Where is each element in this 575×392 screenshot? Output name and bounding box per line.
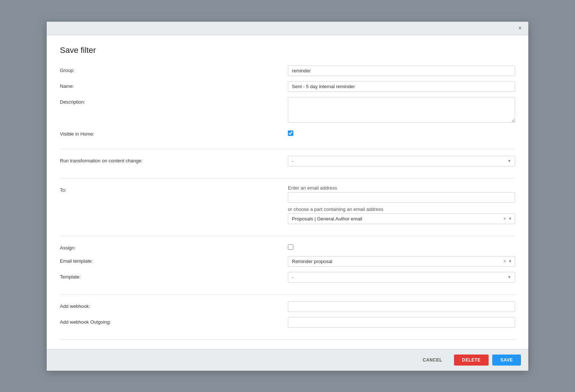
to-section: To: Enter an email address or choose a p… [60,185,515,236]
webhook-section: Add webhook: Add webhook Outgoing: [60,301,515,340]
save-filter-modal: × Save filter Group: Name: [47,22,528,371]
to-control: Enter an email address or choose a part … [288,185,515,224]
description-label: Description: [60,97,288,105]
to-row: To: Enter an email address or choose a p… [60,185,515,224]
run-transformation-control: - ▼ [288,156,515,166]
modal-title: Save filter [60,46,515,55]
visible-in-home-control [288,129,515,137]
assign-row: Assign: [60,243,515,251]
group-section: Group: Name: Description: [60,65,515,149]
name-input[interactable] [288,81,515,92]
assign-section: Assign: Email template: Reminder proposa… [60,243,515,295]
template-select[interactable]: - [288,272,515,283]
assign-label: Assign: [60,243,288,251]
run-transformation-label: Run transformation on content change: [60,156,288,163]
name-row: Name: [60,81,515,92]
modal-header: × [47,22,528,35]
email-template-select[interactable]: Reminder proposal [288,256,515,267]
add-webhook-input[interactable] [288,301,515,312]
close-button[interactable]: × [518,25,522,31]
description-row: Description: [60,97,515,124]
run-transformation-select[interactable]: - [288,156,515,166]
to-email-input[interactable] [288,192,515,203]
to-email-label: Enter an email address [288,185,515,191]
group-row: Group: [60,65,515,76]
name-label: Name: [60,81,288,89]
add-webhook-row: Add webhook: [60,301,515,312]
name-control [288,81,515,92]
group-label: Group: [60,65,288,73]
email-template-label: Email template: [60,256,288,264]
cancel-button[interactable]: CANCEL [415,355,450,366]
assign-control [288,243,515,251]
add-webhook-control [288,301,515,312]
add-webhook-outgoing-row: Add webhook Outgoing: [60,317,515,328]
add-webhook-label: Add webhook: [60,301,288,309]
modal-footer: CANCEL DELETE SAVE [47,349,528,371]
add-webhook-outgoing-input[interactable] [288,317,515,328]
visible-in-home-label: Visible in Home: [60,129,288,137]
email-template-wrapper: Reminder proposal × ▼ [288,256,515,267]
group-input[interactable] [288,65,515,76]
to-label: To: [60,185,288,193]
assign-checkbox[interactable] [288,244,293,250]
template-row: Template: - ▼ [60,272,515,283]
run-transformation-row: Run transformation on content change: - … [60,156,515,166]
to-choose-label: or choose a part containing an email add… [288,206,515,212]
group-control [288,65,515,76]
to-choose-wrapper: Proposals | General.Author email × ▼ [288,213,515,224]
to-choose-clear-button[interactable]: × [503,216,506,221]
save-button[interactable]: SAVE [492,355,521,366]
template-label: Template: [60,272,288,280]
template-control: - ▼ [288,272,515,283]
email-template-row: Email template: Reminder proposal × ▼ [60,256,515,267]
to-choose-select[interactable]: Proposals | General.Author email [288,213,515,224]
description-textarea[interactable] [288,97,515,123]
modal-body: Save filter Group: Name: [47,35,528,349]
email-template-clear-button[interactable]: × [503,259,506,264]
run-transformation-section: Run transformation on content change: - … [60,156,515,179]
description-control [288,97,515,124]
add-webhook-outgoing-control [288,317,515,328]
visible-in-home-row: Visible in Home: [60,129,515,137]
email-template-control: Reminder proposal × ▼ [288,256,515,267]
delete-button[interactable]: DELETE [454,355,489,366]
add-webhook-outgoing-label: Add webhook Outgoing: [60,317,288,325]
visible-in-home-checkbox[interactable] [288,130,293,136]
